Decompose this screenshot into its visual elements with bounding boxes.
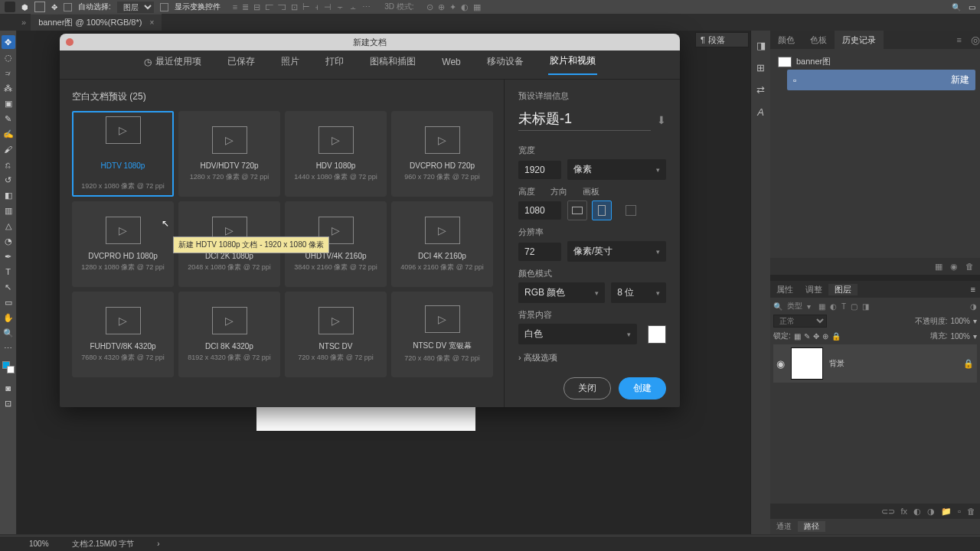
resolution-unit-select[interactable]: 像素/英寸▾ bbox=[567, 241, 666, 262]
tab-recent[interactable]: ◷最近使用项 bbox=[142, 55, 203, 74]
preset-card[interactable]: ▷DVCPRO HD 1080p1280 x 1080 像素 @ 72 ppi bbox=[72, 201, 174, 287]
fx-icon[interactable]: fx bbox=[901, 507, 908, 516]
dialog-titlebar[interactable]: 新建文档 bbox=[60, 34, 680, 51]
panel-menu-icon[interactable]: ≡ bbox=[966, 285, 980, 294]
brushes-icon[interactable]: ⊞ bbox=[756, 62, 765, 73]
link-icon[interactable]: ⊂⊃ bbox=[881, 507, 895, 517]
stamp-tool-icon[interactable]: ⎌ bbox=[2, 158, 15, 171]
trash-icon[interactable]: 🗑 bbox=[965, 262, 974, 271]
screenmode-icon[interactable]: ⊡ bbox=[2, 396, 15, 410]
lock-icon[interactable]: ✎ bbox=[804, 332, 810, 341]
close-button[interactable]: 关闭 bbox=[564, 377, 611, 399]
eyedropper-tool-icon[interactable]: ✎ bbox=[2, 112, 15, 126]
type-tool-icon[interactable]: T bbox=[2, 265, 15, 279]
show-transform-checkbox[interactable] bbox=[160, 3, 168, 11]
document-tab[interactable]: banner图 @ 100%(RGB/8*) × bbox=[31, 14, 162, 31]
zoom-level[interactable]: 100% bbox=[29, 540, 49, 548]
preset-card[interactable]: ▷NTSC DV 宽银幕720 x 480 像素 @ 72 ppi bbox=[391, 292, 493, 377]
tab-adjustments[interactable]: 调整 bbox=[799, 284, 828, 295]
resolution-input[interactable] bbox=[518, 243, 561, 261]
auto-select-checkbox[interactable] bbox=[64, 3, 72, 11]
doc-name-input[interactable]: 未标题-1 bbox=[518, 109, 651, 131]
visibility-icon[interactable]: ◉ bbox=[776, 358, 785, 370]
wand-tool-icon[interactable]: ⁂ bbox=[2, 81, 15, 95]
width-unit-select[interactable]: 像素▾ bbox=[567, 159, 666, 180]
create-button[interactable]: 创建 bbox=[619, 377, 666, 399]
lock-icon[interactable]: ▦ bbox=[794, 332, 801, 341]
tab-swatches[interactable]: 色板 bbox=[802, 31, 835, 49]
filter-icon[interactable]: ▢ bbox=[851, 302, 858, 311]
paragraph-mini-panel[interactable]: ¶ 段落 bbox=[695, 32, 749, 47]
swatch-icon[interactable]: ◨ bbox=[756, 40, 766, 51]
distribute-icon[interactable]: ⋯ bbox=[362, 2, 371, 12]
preset-card[interactable]: ▷FUHDTV/8K 4320p7680 x 4320 像素 @ 72 ppi bbox=[72, 292, 174, 377]
tab-properties[interactable]: 属性 bbox=[770, 284, 799, 295]
history-step[interactable]: ▫ 新建 bbox=[787, 70, 975, 90]
zoom-tool-icon[interactable]: 🔍 bbox=[2, 326, 15, 340]
preset-card[interactable]: ▷DVCPRO HD 720p960 x 720 像素 @ 72 ppi bbox=[391, 111, 493, 197]
layer-row[interactable]: ◉ 背景 🔒 bbox=[773, 344, 977, 383]
move-tool-icon[interactable]: ✥ bbox=[2, 35, 15, 49]
color-swatches[interactable] bbox=[2, 361, 15, 373]
preset-card[interactable]: ▷NTSC DV720 x 480 像素 @ 72 ppi bbox=[285, 292, 387, 377]
doc-info[interactable]: 文档:2.15M/0 字节 bbox=[72, 539, 135, 549]
dodge-tool-icon[interactable]: ◔ bbox=[2, 234, 15, 248]
opacity-value[interactable]: 100% bbox=[950, 317, 970, 325]
filter-icon[interactable]: ◨ bbox=[862, 302, 869, 311]
filter-toggle-icon[interactable]: ◑ bbox=[970, 302, 977, 311]
tab-mobile[interactable]: 移动设备 bbox=[485, 55, 525, 74]
preset-card[interactable]: ▷HDV 1080p1440 x 1080 像素 @ 72 ppi bbox=[285, 111, 387, 197]
quickmask-icon[interactable]: ◙ bbox=[2, 381, 15, 395]
threed-icon[interactable]: ⊙ bbox=[426, 2, 433, 12]
lasso-tool-icon[interactable]: ⟉ bbox=[2, 66, 15, 80]
tab-channels[interactable]: 通道 bbox=[770, 521, 798, 532]
folder-icon[interactable]: 📁 bbox=[941, 507, 952, 517]
cc-icon[interactable]: ◎ bbox=[971, 34, 980, 46]
lock-icon[interactable]: 🔒 bbox=[963, 359, 974, 369]
align-icon[interactable]: ⊡ bbox=[291, 2, 298, 12]
blend-mode-select[interactable]: 正常 bbox=[773, 315, 827, 328]
auto-select-dropdown[interactable]: 图层 bbox=[117, 2, 154, 13]
distribute-icon[interactable]: ⫠ bbox=[349, 2, 358, 12]
tab-art[interactable]: 图稿和插图 bbox=[368, 55, 417, 74]
chevron-icon[interactable]: › bbox=[157, 540, 159, 548]
lock-icon[interactable]: 🔒 bbox=[831, 332, 841, 341]
artboard-checkbox[interactable] bbox=[626, 205, 636, 216]
adjust-icon[interactable]: ⇄ bbox=[756, 84, 765, 96]
advanced-toggle[interactable]: › 高级选项 bbox=[518, 352, 666, 364]
styles-icon[interactable]: A bbox=[757, 106, 764, 118]
preset-card[interactable]: ▷HDTV 1080p1920 x 1080 像素 @ 72 ppi bbox=[72, 111, 174, 197]
close-window-icon[interactable] bbox=[66, 38, 74, 46]
gradient-tool-icon[interactable]: ▥ bbox=[2, 204, 15, 217]
close-icon[interactable]: × bbox=[149, 18, 154, 27]
colordepth-select[interactable]: 8 位▾ bbox=[611, 282, 666, 303]
new-snap-icon[interactable]: ▦ bbox=[935, 262, 942, 272]
bg-select[interactable]: 白色▾ bbox=[518, 324, 637, 344]
filter-icon[interactable]: ◐ bbox=[830, 302, 837, 311]
align-icon[interactable]: ⫞ bbox=[315, 2, 319, 12]
filter-icon[interactable]: ▦ bbox=[818, 302, 825, 311]
align-icon[interactable]: ⫍ bbox=[265, 2, 273, 12]
camera-icon[interactable]: ◉ bbox=[950, 262, 958, 272]
adjust-icon[interactable]: ◑ bbox=[927, 507, 935, 517]
align-icon[interactable]: ⊟ bbox=[253, 2, 260, 12]
tab-print[interactable]: 打印 bbox=[324, 55, 345, 74]
save-preset-icon[interactable]: ⬇ bbox=[657, 114, 666, 126]
bg-color-swatch[interactable] bbox=[648, 325, 666, 344]
align-icon[interactable]: ⊢ bbox=[302, 2, 310, 12]
threed-icon[interactable]: ⊕ bbox=[438, 2, 445, 12]
height-input[interactable] bbox=[518, 201, 561, 220]
tab-color[interactable]: 颜色 bbox=[770, 31, 802, 49]
threed-icon[interactable]: ▦ bbox=[473, 2, 481, 12]
more-icon[interactable]: ⋯ bbox=[2, 341, 15, 355]
new-icon[interactable]: ▫ bbox=[958, 507, 961, 516]
lock-icon[interactable]: ⊕ bbox=[822, 332, 828, 341]
blur-tool-icon[interactable]: △ bbox=[2, 219, 15, 233]
tab-photo[interactable]: 照片 bbox=[279, 55, 301, 74]
trash-icon[interactable]: 🗑 bbox=[967, 507, 975, 516]
align-icon[interactable]: ⊣ bbox=[324, 2, 332, 12]
align-icon[interactable]: ⫎ bbox=[278, 2, 286, 12]
hand-tool-icon[interactable]: ✋ bbox=[2, 311, 15, 324]
tab-film-video[interactable]: 胶片和视频 bbox=[548, 54, 597, 75]
align-icon[interactable]: ≣ bbox=[242, 2, 249, 12]
